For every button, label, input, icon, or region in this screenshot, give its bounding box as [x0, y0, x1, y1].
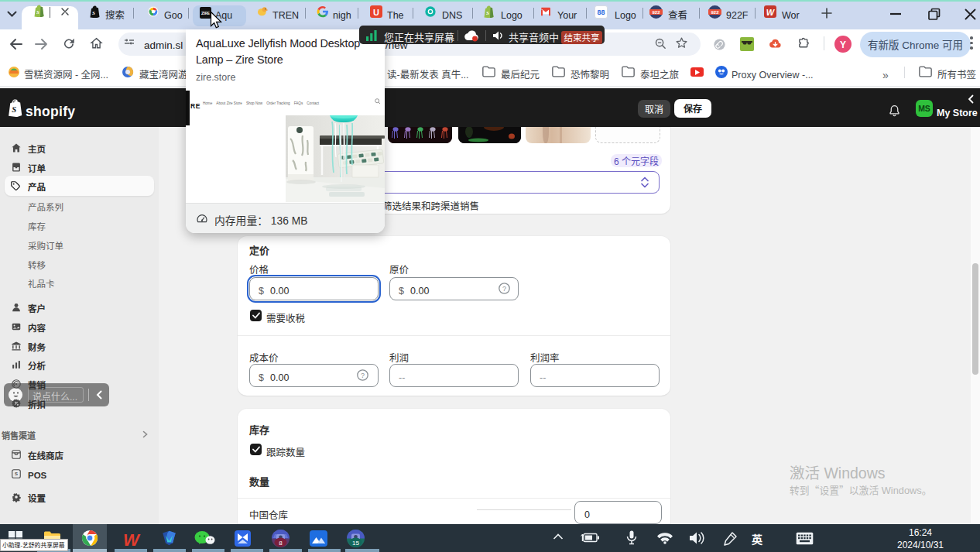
svg-text:S: S	[36, 9, 39, 15]
svg-text:?: ?	[361, 372, 365, 379]
svg-text:8: 8	[279, 540, 283, 547]
svg-text:S: S	[15, 471, 18, 476]
svg-text:S: S	[12, 105, 16, 114]
svg-text:15: 15	[352, 540, 359, 547]
svg-text:S: S	[486, 10, 489, 16]
svg-text:S: S	[92, 10, 95, 16]
svg-text:?: ?	[502, 285, 506, 293]
